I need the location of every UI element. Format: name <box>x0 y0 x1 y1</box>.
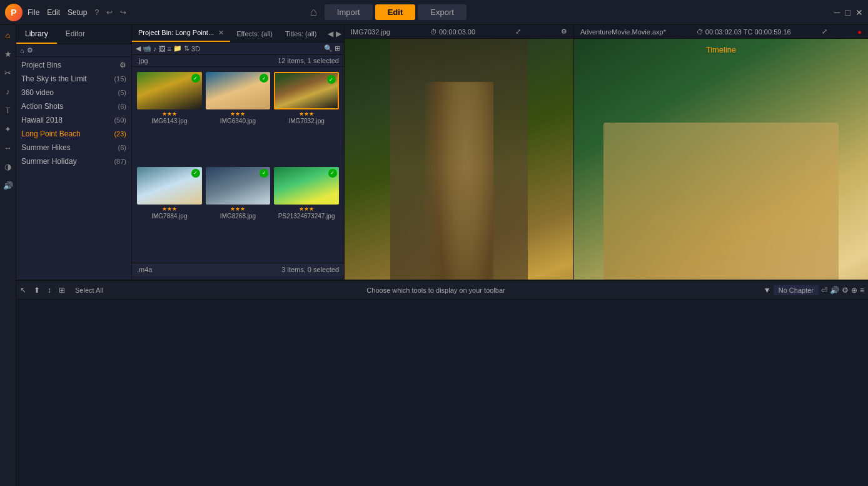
edit-button[interactable]: Edit <box>375 4 416 20</box>
sidebar-icon-color[interactable]: ◑ <box>2 160 14 173</box>
sidebar-icon-fx[interactable]: ✦ <box>2 123 14 135</box>
help-icon[interactable]: ? <box>94 8 99 17</box>
menu-setup[interactable]: Setup <box>68 8 87 17</box>
filter-jpg: .jpg <box>137 57 148 64</box>
bin-item-sky[interactable]: The Sky is the Limit (15) <box>16 72 131 86</box>
maximize-button[interactable]: □ <box>845 8 850 18</box>
thumbnails-grid: ✓ ★★★ IMG6143.jpg ✓ ★★★ IMG6340.jpg ✓ ★★… <box>132 67 344 263</box>
toolbar-list-icon[interactable]: ≡ <box>168 45 171 53</box>
tl-action-icon[interactable]: ≡ <box>860 286 864 295</box>
minimize-button[interactable]: ─ <box>834 8 840 18</box>
dropdown-icon[interactable]: ▼ <box>764 286 771 295</box>
menu-file[interactable]: File <box>28 8 39 17</box>
panel-toolbar: ⌂ ⚙ <box>16 44 131 57</box>
timeline-expand[interactable]: ⤢ <box>822 28 827 36</box>
bin-item-holiday[interactable]: Summer Holiday (87) <box>16 154 131 168</box>
sidebar-icon-star[interactable]: ★ <box>2 48 14 60</box>
menu-edit[interactable]: Edit <box>47 8 60 17</box>
panel-home-icon[interactable]: ⌂ <box>20 47 24 54</box>
tl-select-icon[interactable]: ⊞ <box>56 285 68 296</box>
tab-project-bin[interactable]: Project Bin: Long Point... ✕ <box>132 25 230 42</box>
close-button[interactable]: ✕ <box>855 8 863 18</box>
project-bins-label: Project Bins <box>21 61 61 69</box>
tl-arrow-icon[interactable]: ↖ <box>18 285 29 296</box>
toolbar-photo-icon[interactable]: 🖼 <box>159 45 166 53</box>
toolbar-3d-icon[interactable]: 3D <box>191 45 200 53</box>
import-button[interactable]: Import <box>325 4 373 20</box>
thumb-ps21[interactable]: ✓ ★★★ PS21324673247.jpg <box>274 167 339 258</box>
timeline-toolbar: ✂ ↖ ⬆ ↕ ⊞ Select All Choose which tools … <box>0 281 868 300</box>
thumb-img8268[interactable]: ✓ ★★★ IMG8268.jpg <box>206 167 271 258</box>
tl-cursor-icon[interactable]: ⬆ <box>31 285 43 296</box>
tl-zoom-icon[interactable]: ⊕ <box>851 286 857 295</box>
project-bins-settings[interactable]: ⚙ <box>119 61 126 69</box>
project-bin-tab-close[interactable]: ✕ <box>218 29 224 36</box>
toolbar-music-icon[interactable]: ♪ <box>153 45 157 53</box>
source-filename: IMG7032.jpg <box>351 28 390 36</box>
panel-tabs: Library Editor <box>16 25 131 44</box>
toolbar-folder-icon[interactable]: 📁 <box>173 44 182 53</box>
source-timecode: ⏱ 00:00:03.00 <box>430 28 475 36</box>
thumb-img7884[interactable]: ✓ ★★★ IMG7884.jpg <box>137 167 202 258</box>
timeline-record[interactable]: ● <box>857 28 862 36</box>
tl-settings-icon[interactable]: ⚙ <box>842 286 849 295</box>
window-controls: ─ □ ✕ <box>834 8 863 18</box>
nav-center: ⌂ Import Edit Export <box>310 4 467 20</box>
toolbar-video-icon[interactable]: 📹 <box>143 44 151 53</box>
source-header: IMG7032.jpg ⏱ 00:00:03.00 ⤢ ⚙ <box>345 25 573 39</box>
topbar: P File Edit Setup ? ↩ ↪ ⌂ Import Edit Ex… <box>0 0 868 25</box>
bin-item-360[interactable]: 360 video (5) <box>16 86 131 99</box>
sidebar-icon-text[interactable]: T <box>2 104 14 116</box>
sidebar-icon-audio[interactable]: 🔊 <box>2 179 14 191</box>
bin-item-longpoint[interactable]: Long Point Beach (23) <box>16 127 131 141</box>
timeline-filename: AdventureMovie.Movie.axp* <box>580 28 666 36</box>
no-chapter-label[interactable]: No Chapter <box>774 285 819 295</box>
bin-item-hikes[interactable]: Summer Hikes (6) <box>16 141 131 154</box>
bottom-area: ✂ ↖ ⬆ ↕ ⊞ Select All Choose which tools … <box>0 280 868 486</box>
source-expand[interactable]: ⤢ <box>515 28 521 36</box>
app-logo: P <box>5 4 23 21</box>
chapter-icon[interactable]: ⏎ <box>821 286 827 295</box>
tab-library[interactable]: Library <box>16 25 57 44</box>
timeline-header: AdventureMovie.Movie.axp* ⏱ 00:03:02.03 … <box>574 25 868 39</box>
section-m4a: .m4a 3 items, 0 selected <box>132 263 344 276</box>
tab-effects[interactable]: Effects: (all) <box>230 26 279 41</box>
sidebar-icon-home[interactable]: ⌂ <box>2 29 14 41</box>
thumb-img7032[interactable]: ✓ ★★★ IMG7032.jpg <box>274 72 339 163</box>
tl-trim-icon[interactable]: ↕ <box>45 285 54 296</box>
export-button[interactable]: Export <box>418 4 467 20</box>
timeline-timecode: ⏱ 00:03:02.03 TC 00:00:59.16 <box>697 28 791 36</box>
sidebar-icon-transition[interactable]: ↔ <box>2 141 14 154</box>
tab-prev-icon[interactable]: ◀ <box>328 29 333 38</box>
bin-item-hawaii[interactable]: Hawaii 2018 (50) <box>16 113 131 127</box>
toolbar-message: Choose which tools to display on your to… <box>111 286 761 294</box>
middle-info: .jpg 12 items, 1 selected <box>132 55 344 67</box>
source-settings[interactable]: ⚙ <box>561 28 567 36</box>
home-icon[interactable]: ⌂ <box>310 6 317 19</box>
sidebar-icon-music[interactable]: ♪ <box>2 85 14 98</box>
tab-titles[interactable]: Titles: (all) <box>279 26 323 41</box>
thumb-img6340[interactable]: ✓ ★★★ IMG6340.jpg <box>206 72 271 163</box>
toolbar-back-icon[interactable]: ◀ <box>136 44 141 53</box>
toolbar-grid-icon[interactable]: ⊞ <box>335 44 340 53</box>
left-sidebar: ⌂ ★ ✂ ♪ T ✦ ↔ ◑ 🔊 <box>0 25 16 486</box>
toolbar-search-icon[interactable]: 🔍 <box>324 44 333 53</box>
project-bins-header: Project Bins ⚙ <box>16 57 131 72</box>
sidebar-icon-crop[interactable]: ✂ <box>2 66 14 79</box>
info-jpg: 12 items, 1 selected <box>278 57 339 64</box>
toolbar-sort-icon[interactable]: ⇅ <box>184 44 189 53</box>
timeline-label: Timeline <box>706 45 737 54</box>
tab-next-icon[interactable]: ▶ <box>336 29 341 38</box>
panel-settings-icon[interactable]: ⚙ <box>27 46 33 54</box>
redo-icon[interactable]: ↪ <box>120 8 126 17</box>
bin-item-action[interactable]: Action Shots (6) <box>16 99 131 113</box>
undo-icon[interactable]: ↩ <box>106 8 113 17</box>
select-all-button[interactable]: Select All <box>70 286 108 294</box>
tab-editor[interactable]: Editor <box>57 25 94 44</box>
middle-toolbar: ◀ 📹 ♪ 🖼 ≡ 📁 ⇅ 3D 🔍 ⊞ <box>132 43 344 55</box>
tl-vol-icon[interactable]: 🔊 <box>830 286 839 295</box>
middle-tabs: Project Bin: Long Point... ✕ Effects: (a… <box>132 25 344 43</box>
thumb-img6143[interactable]: ✓ ★★★ IMG6143.jpg <box>137 72 202 163</box>
menu-items: File Edit Setup ? ↩ ↪ <box>28 8 126 17</box>
